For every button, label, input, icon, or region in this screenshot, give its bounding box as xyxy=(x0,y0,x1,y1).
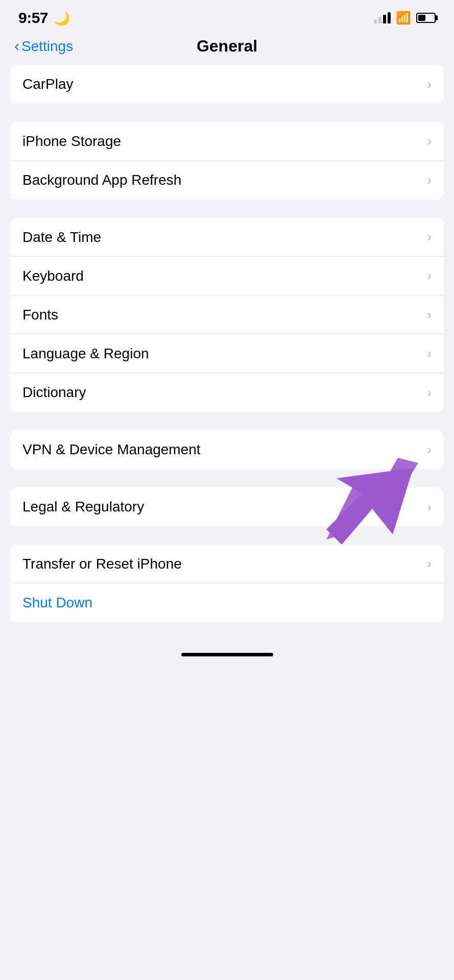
signal-strength-icon xyxy=(374,12,391,23)
purple-arrow-icon xyxy=(306,453,428,555)
keyboard-chevron-icon: › xyxy=(427,268,432,284)
back-label: Settings xyxy=(21,38,73,55)
background-app-refresh-row[interactable]: Background App Refresh › xyxy=(10,161,444,200)
dictionary-row[interactable]: Dictionary › xyxy=(10,373,444,412)
status-time-area: 9:57 🌙 xyxy=(18,9,70,27)
language-region-row[interactable]: Language & Region › xyxy=(10,334,444,373)
shut-down-row[interactable]: Shut Down xyxy=(10,583,444,622)
dictionary-chevron-icon: › xyxy=(427,385,432,401)
date-time-row[interactable]: Date & Time › xyxy=(10,218,444,257)
fonts-row[interactable]: Fonts › xyxy=(10,296,444,334)
language-region-chevron-icon: › xyxy=(427,346,432,361)
date-time-chevron-icon: › xyxy=(427,229,432,245)
keyboard-row[interactable]: Keyboard › xyxy=(10,257,444,296)
date-time-label: Date & Time xyxy=(22,229,101,246)
home-indicator-area xyxy=(0,653,454,669)
transfer-reset-chevron-icon: › xyxy=(427,556,432,572)
dictionary-label: Dictionary xyxy=(22,384,86,401)
carplay-chevron-icon: › xyxy=(427,77,432,92)
status-icons: 📶 xyxy=(374,11,436,25)
carplay-row[interactable]: CarPlay › xyxy=(10,65,444,104)
clock: 9:57 xyxy=(18,9,48,26)
background-app-refresh-label: Background App Refresh xyxy=(22,172,181,188)
locale-section: Date & Time › Keyboard › Fonts › Languag… xyxy=(10,218,444,412)
back-chevron-icon: ‹ xyxy=(14,38,19,54)
moon-icon: 🌙 xyxy=(54,11,70,26)
home-indicator xyxy=(181,653,273,656)
battery-icon xyxy=(416,13,436,23)
status-bar: 9:57 🌙 📶 xyxy=(0,0,454,32)
reset-section-wrapper: Transfer or Reset iPhone › Shut Down xyxy=(10,545,444,622)
background-app-refresh-chevron-icon: › xyxy=(427,173,432,188)
vpn-device-management-label: VPN & Device Management xyxy=(22,442,201,458)
fonts-label: Fonts xyxy=(22,307,58,323)
reset-section: Transfer or Reset iPhone › Shut Down xyxy=(10,545,444,622)
language-region-label: Language & Region xyxy=(22,346,149,362)
page-title: General xyxy=(197,37,257,56)
storage-section: iPhone Storage › Background App Refresh … xyxy=(10,122,444,200)
nav-bar: ‹ Settings General xyxy=(0,32,454,65)
transfer-reset-label: Transfer or Reset iPhone xyxy=(22,556,182,572)
svg-marker-2 xyxy=(326,458,418,540)
back-button[interactable]: ‹ Settings xyxy=(14,38,73,55)
shut-down-label: Shut Down xyxy=(22,595,92,611)
carplay-label: CarPlay xyxy=(22,76,74,92)
keyboard-label: Keyboard xyxy=(22,268,84,284)
carplay-section: CarPlay › xyxy=(10,65,444,104)
iphone-storage-label: iPhone Storage xyxy=(22,133,121,150)
settings-content: CarPlay › iPhone Storage › Background Ap… xyxy=(0,65,454,622)
legal-regulatory-label: Legal & Regulatory xyxy=(22,499,144,515)
iphone-storage-row[interactable]: iPhone Storage › xyxy=(10,122,444,161)
iphone-storage-chevron-icon: › xyxy=(427,133,432,149)
wifi-icon: 📶 xyxy=(396,11,411,25)
fonts-chevron-icon: › xyxy=(427,307,432,323)
